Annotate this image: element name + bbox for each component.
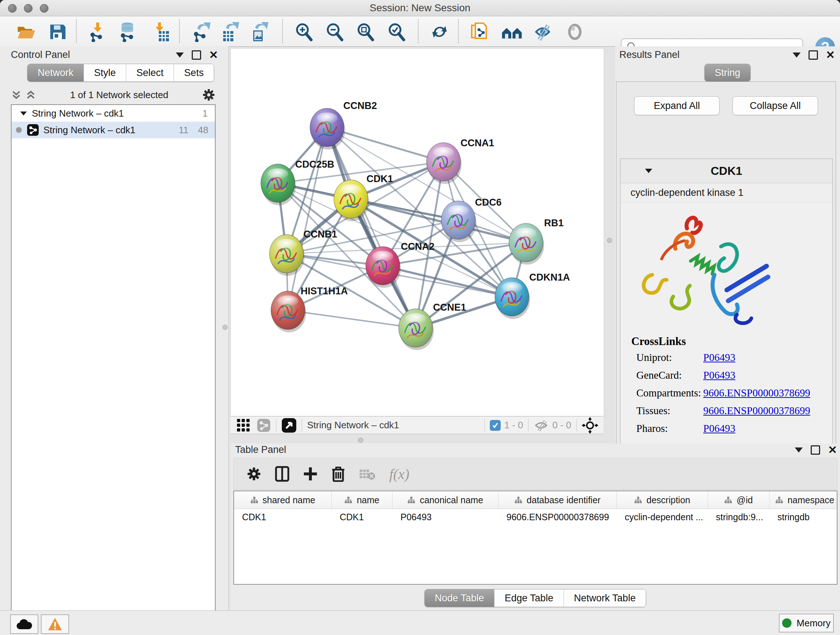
birds-eye-view-icon[interactable]	[281, 418, 297, 433]
network-node-HIST1H1A[interactable]	[271, 291, 306, 333]
apply-preferred-layout-icon[interactable]	[429, 21, 450, 42]
table-cell[interactable]: stringdb	[769, 509, 837, 525]
panel-menu-icon[interactable]	[176, 52, 184, 57]
table-cell[interactable]: stringdb:9...	[708, 509, 769, 525]
memory-button[interactable]: Memory	[779, 614, 834, 632]
table-cell[interactable]: CDK1	[332, 509, 393, 525]
export-network-icon[interactable]	[191, 21, 212, 42]
table-cell[interactable]: 9606.ENSP00000378699	[499, 509, 617, 525]
network-node-CDC25B[interactable]	[261, 164, 296, 205]
export-image-icon[interactable]	[249, 21, 270, 42]
open-session-icon[interactable]	[16, 21, 36, 42]
collapse-section-icon[interactable]	[644, 168, 653, 174]
bottom-splitter-handle[interactable]	[358, 438, 363, 443]
panel-menu-icon[interactable]	[793, 52, 801, 57]
show-all-icon[interactable]	[564, 21, 585, 42]
column-header-database-identifier[interactable]: database identifier	[499, 491, 617, 509]
crosslink-link[interactable]: P06493	[703, 423, 736, 434]
first-neighbors-icon[interactable]	[501, 21, 523, 42]
network-edge[interactable]	[327, 127, 416, 328]
tab-string[interactable]: String	[705, 64, 751, 81]
expand-all-button[interactable]: Expand All	[634, 96, 720, 115]
network-node-CCNB2[interactable]	[310, 108, 345, 149]
import-network-database-icon[interactable]	[117, 21, 138, 42]
crosslink-label: Uniprot:	[636, 352, 703, 363]
add-column-icon[interactable]	[303, 467, 317, 481]
tab-network-table[interactable]: Network Table	[564, 589, 646, 607]
save-session-icon[interactable]	[47, 21, 68, 42]
column-header-@id[interactable]: @id	[708, 491, 769, 509]
warnings-button[interactable]	[41, 614, 69, 634]
collection-count: 1	[202, 108, 208, 119]
network-row[interactable]: String Network – cdk1 11 48	[11, 122, 215, 138]
tree-expand-icon[interactable]	[19, 111, 27, 116]
left-splitter-handle[interactable]	[223, 325, 227, 330]
tab-select[interactable]: Select	[126, 64, 174, 81]
table-cell[interactable]: CDK1	[234, 509, 332, 525]
crosslink-link[interactable]: P06493	[703, 352, 736, 363]
tab-sets[interactable]: Sets	[174, 64, 214, 81]
right-splitter-handle[interactable]	[607, 238, 612, 243]
results-panel-title: Results Panel	[619, 49, 680, 60]
panel-menu-icon[interactable]	[795, 448, 803, 453]
network-from-selection-icon[interactable]	[469, 21, 490, 42]
grid-view-icon[interactable]	[236, 418, 251, 432]
network-options-gear-icon[interactable]	[202, 88, 215, 101]
network-node-CCNA1[interactable]	[426, 143, 462, 184]
network-overview-icon[interactable]	[256, 418, 271, 432]
crosslink-link[interactable]: P06493	[703, 369, 736, 381]
table-row[interactable]: CDK1CDK1P064939606.ENSP00000378699cyclin…	[234, 509, 837, 525]
selected-indicator-checkbox[interactable]	[490, 420, 501, 431]
tab-style[interactable]: Style	[84, 64, 126, 81]
string-network-graph[interactable]: CCNB2CCNA1CDC25BCDK1CDC6RB1CCNB1CCNA2CDK…	[231, 49, 604, 416]
expand-all-icon[interactable]	[25, 89, 36, 101]
column-header-namespace[interactable]: namespace	[769, 491, 837, 509]
tab-node-table[interactable]: Node Table	[425, 589, 494, 607]
network-collection-row[interactable]: String Network – cdk1 1	[11, 105, 215, 122]
fit-selected-crosshair-icon[interactable]	[582, 417, 598, 434]
close-panel-icon[interactable]: ✕	[828, 447, 837, 454]
import-table-file-icon[interactable]	[150, 21, 172, 42]
gene-symbol: CDK1	[711, 165, 742, 178]
float-panel-icon[interactable]	[808, 50, 818, 60]
collapse-all-icon[interactable]	[11, 89, 22, 101]
close-panel-icon[interactable]: ✕	[209, 51, 218, 59]
tab-network[interactable]: Network	[27, 64, 84, 81]
network-node-CCNB1[interactable]	[270, 234, 305, 276]
crosslink-link[interactable]: 9606.ENSP00000378699	[703, 405, 810, 417]
tab-edge-table[interactable]: Edge Table	[494, 589, 564, 607]
import-network-file-icon[interactable]	[87, 21, 108, 42]
gene-header-row[interactable]: CDK1	[621, 159, 832, 183]
column-header-canonical-name[interactable]: canonical name	[393, 491, 499, 509]
collapse-all-button[interactable]: Collapse All	[733, 96, 818, 115]
network-node-RB1[interactable]	[509, 223, 544, 264]
network-edge[interactable]	[288, 127, 327, 310]
float-panel-icon[interactable]	[811, 445, 820, 455]
export-table-icon[interactable]	[220, 21, 241, 42]
table-cell[interactable]: cyclin-dependent ...	[617, 509, 708, 525]
table-cell[interactable]: P06493	[393, 509, 499, 525]
close-panel-icon[interactable]: ✕	[826, 51, 835, 59]
cloud-services-button[interactable]	[10, 614, 38, 634]
zoom-out-icon[interactable]	[324, 21, 345, 42]
memory-label: Memory	[797, 618, 831, 629]
node-label-CCNE1: CCNE1	[433, 302, 466, 313]
zoom-selected-icon[interactable]	[386, 21, 407, 42]
zoom-fit-content-icon[interactable]	[355, 21, 376, 42]
network-canvas[interactable]: CCNB2CCNA1CDC25BCDK1CDC6RB1CCNB1CCNA2CDK…	[231, 48, 604, 416]
delete-column-icon[interactable]	[332, 466, 345, 482]
column-header-description[interactable]: description	[617, 491, 708, 509]
float-panel-icon[interactable]	[192, 50, 201, 60]
table-options-gear-icon[interactable]	[247, 467, 261, 481]
network-node-CDK1[interactable]	[334, 180, 369, 221]
column-header-shared-name[interactable]: shared name	[234, 491, 332, 509]
network-node-CDC6[interactable]	[441, 201, 477, 242]
network-edge[interactable]	[288, 310, 416, 328]
network-node-CCNE1[interactable]	[399, 309, 434, 350]
network-node-CDKN1A[interactable]	[495, 278, 530, 319]
zoom-in-icon[interactable]	[294, 21, 314, 42]
show-columns-icon[interactable]	[275, 466, 289, 482]
column-header-name[interactable]: name	[332, 491, 393, 509]
crosslink-link[interactable]: 9606.ENSP00000378699	[703, 387, 810, 399]
hide-selection-icon[interactable]	[532, 21, 553, 42]
